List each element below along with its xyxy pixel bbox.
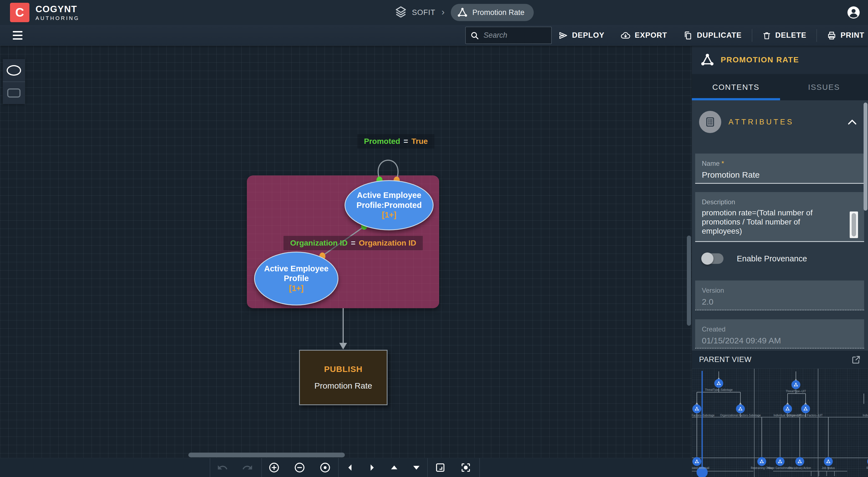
zoom-out-icon[interactable] (294, 462, 305, 473)
minimap-node (692, 404, 701, 413)
redo-icon[interactable] (242, 462, 253, 473)
panel-scrollbar-thumb[interactable] (864, 103, 867, 211)
pan-right-icon[interactable] (368, 464, 376, 472)
minimap-node-label: Records (866, 467, 868, 470)
palette-ellipse-tool[interactable] (3, 59, 25, 81)
palette-rect-tool[interactable] (3, 81, 25, 104)
name-input[interactable] (702, 170, 858, 180)
print-printer-icon (827, 31, 836, 40)
parent-view-header: PARENT VIEW (692, 351, 868, 369)
breadcrumb-item-current[interactable]: Promotion Rate (451, 4, 534, 21)
name-field[interactable]: Name * (695, 154, 864, 184)
chevron-up-icon[interactable] (847, 119, 857, 125)
chevron-right-icon: › (442, 6, 445, 17)
canvas-vertical-scrollbar[interactable] (687, 236, 691, 326)
minimap-node-label: Blacklisted Webmail (692, 467, 709, 470)
layers-icon (395, 6, 407, 19)
center-focus-icon[interactable] (460, 462, 471, 473)
join-condition-label[interactable]: Organization ID = Organization ID (283, 236, 423, 250)
ellipse-shape-icon (7, 65, 21, 76)
zoom-in-icon[interactable] (268, 462, 280, 473)
duplicate-copy-icon (683, 31, 693, 40)
toolbar-separator (816, 29, 817, 42)
condition-label[interactable]: Promoted = True (357, 134, 434, 148)
delete-button[interactable]: DELETE (762, 31, 807, 40)
parent-view-minimap[interactable]: ThreatType--SabotageIndividual Factors--… (692, 369, 868, 477)
panel-contents: ATTRIBUTES Name * Description promotion … (692, 100, 868, 351)
open-in-new-icon[interactable] (851, 355, 861, 365)
delete-trash-icon (762, 31, 771, 40)
menu-hamburger-icon[interactable] (13, 29, 24, 41)
provenance-label: Enable Provenance (737, 254, 807, 263)
minimap-node (824, 457, 833, 466)
canvas-toolbar: DEPLOY EXPORT DUPLICATE (0, 25, 868, 46)
description-scrollbar (850, 211, 858, 238)
publish-node[interactable]: PUBLISH Promotion Rate (299, 350, 388, 405)
minimap-node-label: Organizational Factors--UIT (788, 414, 823, 417)
pattern-triangle-icon (457, 7, 468, 18)
toggle-knob (701, 252, 713, 265)
tab-issues[interactable]: ISSUES (780, 74, 868, 100)
minimap-node-label: Disciplinary Action (788, 467, 811, 470)
parent-view-title: PARENT VIEW (699, 355, 751, 364)
minimap-node (795, 457, 804, 466)
description-scrollbar-thumb[interactable] (851, 213, 856, 236)
zoom-reset-icon[interactable] (319, 462, 331, 473)
minimap-node (714, 379, 723, 388)
node-active-employee-profile-promoted[interactable]: Active Employee Profile:Promoted [1+] (344, 180, 434, 230)
panel-title: PROMOTION RATE (721, 56, 799, 64)
deploy-button[interactable]: DEPLOY (558, 31, 604, 40)
node-active-employee-profile[interactable]: Active Employee Profile [1+] (254, 252, 338, 305)
shape-palette (3, 59, 25, 104)
undo-icon[interactable] (217, 462, 228, 473)
attributes-list-icon (699, 111, 721, 133)
pan-down-icon[interactable] (412, 464, 421, 472)
duplicate-button[interactable]: DUPLICATE (683, 31, 742, 40)
breadcrumb-item-sofit[interactable]: SOFIT (412, 8, 436, 17)
canvas-bottom-bar (0, 458, 691, 477)
breadcrumb: SOFIT › Promotion Rate (395, 0, 534, 25)
node-cardinality: [1+] (289, 283, 304, 293)
minimap-node-label: Individual Factors--Sabotage (692, 414, 715, 417)
version-value: 2.0 (702, 297, 858, 307)
pan-up-icon[interactable] (390, 464, 398, 472)
print-button[interactable]: PRINT (827, 31, 864, 40)
node-label: Active Employee (357, 191, 421, 200)
pan-left-icon[interactable] (346, 464, 354, 472)
app-window: C COGYNT AUTHORING SOFIT › (0, 0, 868, 477)
brand-subtitle: AUTHORING (35, 15, 80, 21)
publish-title: PUBLISH (324, 365, 363, 374)
rectangle-shape-icon (7, 89, 21, 98)
version-label: Version (702, 286, 858, 294)
attributes-section-header[interactable]: ATTRIBUTES (699, 111, 857, 133)
user-avatar-icon[interactable] (847, 6, 860, 19)
version-field: Version 2.0 (695, 280, 864, 310)
search-input[interactable] (483, 31, 547, 40)
created-label: Created (702, 326, 858, 333)
search-box[interactable] (465, 27, 552, 44)
brand-name: COGYNT (35, 4, 80, 13)
breadcrumb-current-label: Promotion Rate (472, 8, 525, 17)
description-input[interactable]: promotion rate=(Total number of promotio… (702, 208, 835, 236)
minimap-node-label: ThreatType--Sabotage (705, 388, 733, 391)
brand-logo[interactable]: C COGYNT AUTHORING (10, 3, 80, 22)
minimap-node-label: Job Status (822, 467, 835, 470)
canvas-horizontal-scrollbar[interactable] (188, 453, 345, 457)
top-header: C COGYNT AUTHORING SOFIT › (0, 0, 868, 25)
panel-header: PROMOTION RATE (692, 46, 868, 74)
publish-name: Promotion Rate (314, 381, 372, 390)
minimap-node (776, 457, 784, 466)
tab-contents[interactable]: CONTENTS (692, 74, 780, 100)
description-field[interactable]: Description promotion rate=(Total number… (695, 192, 864, 242)
export-cloud-download-icon (621, 31, 630, 40)
minimap-node (783, 404, 792, 413)
minimap-node (757, 457, 766, 466)
enable-provenance-toggle[interactable] (703, 253, 723, 264)
panel-tabs: CONTENTS ISSUES (692, 74, 868, 100)
toolbar-separator (752, 29, 752, 42)
export-button[interactable]: EXPORT (621, 31, 667, 40)
fit-view-icon[interactable] (435, 462, 446, 473)
search-icon (470, 31, 479, 40)
attributes-title: ATTRIBUTES (728, 118, 840, 126)
diagram-canvas[interactable]: Promoted = True Active Employee Profile:… (0, 46, 691, 477)
